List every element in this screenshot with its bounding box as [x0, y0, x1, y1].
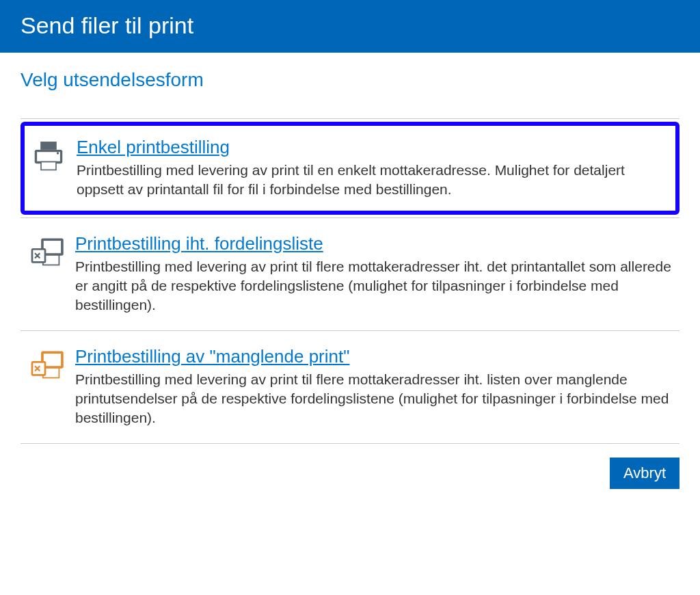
section-subtitle: Velg utsendelsesform [21, 69, 679, 91]
svg-rect-17 [33, 362, 44, 373]
option-missing-print-desc: Printbestilling med levering av print ti… [75, 370, 673, 428]
missing-print-icon [27, 346, 75, 387]
option-simple-print-desc: Printbestilling med levering av print ti… [77, 161, 671, 200]
distribution-list-icon [27, 233, 75, 274]
printer-icon [29, 137, 77, 175]
option-missing-print-title[interactable]: Printbestilling av "manglende print" [75, 346, 349, 367]
svg-rect-13 [44, 354, 61, 366]
svg-point-5 [57, 152, 59, 154]
option-distribution-list[interactable]: Printbestilling iht. fordelingsliste Pri… [21, 218, 679, 330]
svg-rect-2 [37, 152, 60, 161]
svg-rect-7 [44, 241, 61, 253]
cancel-button[interactable]: Avbryt [610, 458, 679, 489]
dialog-content: Velg utsendelsesform Enkel printbestilli… [0, 53, 700, 444]
option-distribution-list-desc: Printbestilling med levering av print ti… [75, 257, 673, 315]
dialog-title: Send filer til print [21, 12, 193, 38]
svg-rect-4 [42, 162, 55, 169]
svg-rect-0 [40, 142, 57, 150]
dialog-footer: Avbryt [0, 444, 700, 489]
option-simple-print-title[interactable]: Enkel printbestilling [77, 137, 230, 158]
svg-rect-11 [33, 250, 44, 261]
option-simple-print[interactable]: Enkel printbestilling Printbestilling me… [21, 122, 679, 215]
divider [21, 118, 679, 119]
option-distribution-list-title[interactable]: Printbestilling iht. fordelingsliste [75, 233, 323, 254]
option-missing-print[interactable]: Printbestilling av "manglende print" Pri… [21, 331, 679, 443]
dialog-header: Send filer til print [0, 0, 700, 53]
